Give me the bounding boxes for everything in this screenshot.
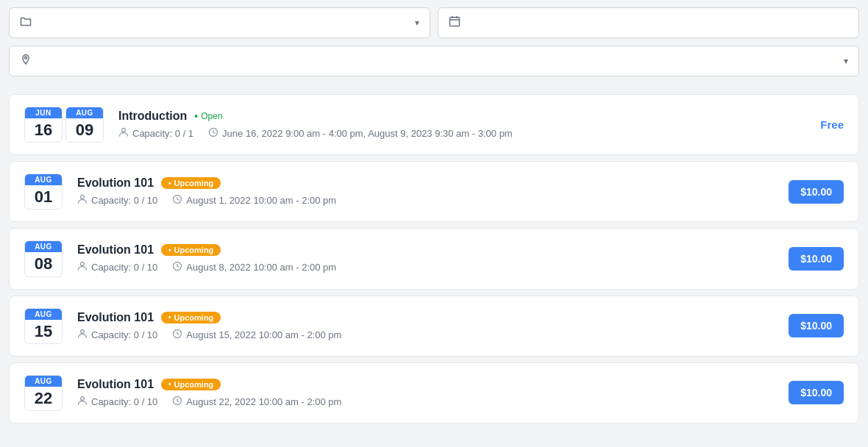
event-date: JUN 16 AUG 09 — [24, 107, 104, 143]
svg-rect-0 — [450, 18, 460, 26]
datetime-text: June 16, 2022 9:00 am - 4:00 pm, August … — [222, 128, 513, 139]
event-price: Free — [820, 118, 844, 131]
event-card[interactable]: JUN 16 AUG 09 Introduction Open — [9, 94, 859, 155]
event-info: Evolution 101 Upcoming Capacity: 0 / 10 — [77, 378, 774, 408]
event-capacity: Capacity: 0 / 10 — [77, 261, 157, 273]
event-date: AUG 01 — [24, 174, 63, 210]
event-datetime: August 15, 2022 10:00 am - 2:00 pm — [172, 329, 341, 341]
capacity-text: Capacity: 0 / 10 — [91, 329, 157, 340]
status-badge: Upcoming — [161, 379, 221, 390]
clock-icon — [172, 396, 182, 408]
svg-point-11 — [81, 329, 85, 333]
capacity-text: Capacity: 0 / 10 — [91, 262, 157, 273]
capacity-text: Capacity: 0 / 10 — [91, 396, 157, 407]
event-datetime: June 16, 2022 9:00 am - 4:00 pm, August … — [208, 127, 513, 140]
capacity-text: Capacity: 0 / 1 — [132, 128, 193, 139]
event-title: Introduction — [118, 110, 187, 123]
datetime-text: August 8, 2022 10:00 am - 2:00 pm — [186, 262, 336, 273]
svg-point-9 — [81, 262, 85, 266]
event-info: Evolution 101 Upcoming Capacity: 0 / 10 — [77, 176, 774, 207]
svg-point-7 — [81, 196, 85, 199]
status-badge: Open — [194, 110, 222, 122]
event-title: Evolution 101 — [77, 311, 154, 324]
person-icon — [77, 194, 88, 207]
clock-icon — [172, 261, 182, 273]
event-title: Evolution 101 — [77, 243, 154, 257]
events-list: JUN 16 AUG 09 Introduction Open — [0, 91, 868, 438]
event-price[interactable]: $10.00 — [789, 387, 844, 398]
event-type-filter[interactable]: ▾ — [9, 7, 430, 38]
svg-point-13 — [81, 396, 85, 400]
status-badge: Upcoming — [161, 244, 221, 256]
date-filter[interactable] — [438, 7, 859, 38]
event-date: AUG 22 — [24, 375, 63, 411]
clock-icon — [208, 127, 218, 140]
person-icon — [118, 127, 129, 140]
svg-point-5 — [122, 129, 126, 132]
event-card[interactable]: AUG 08 Evolution 101 Upcoming Capac — [9, 228, 859, 289]
location-filter[interactable]: ▾ — [9, 46, 859, 76]
event-capacity: Capacity: 0 / 10 — [77, 396, 157, 408]
folder-icon — [20, 15, 32, 30]
status-badge: Upcoming — [161, 177, 221, 189]
event-datetime: August 1, 2022 10:00 am - 2:00 pm — [172, 194, 336, 207]
event-capacity: Capacity: 0 / 10 — [77, 329, 157, 341]
event-title: Evolution 101 — [77, 176, 154, 190]
chevron-down-icon: ▾ — [415, 18, 419, 28]
calendar-icon — [449, 15, 460, 30]
datetime-text: August 22, 2022 10:00 am - 2:00 pm — [186, 396, 341, 407]
svg-point-4 — [25, 57, 27, 59]
datetime-text: August 15, 2022 10:00 am - 2:00 pm — [186, 329, 341, 340]
chevron-down-icon-location: ▾ — [844, 56, 848, 66]
event-datetime: August 8, 2022 10:00 am - 2:00 pm — [172, 261, 336, 273]
event-title: Evolution 101 — [77, 378, 154, 391]
status-badge: Upcoming — [161, 312, 221, 323]
location-pin-icon — [20, 54, 32, 68]
event-info: Introduction Open Capacity: 0 / 1 — [118, 110, 805, 140]
person-icon — [77, 396, 88, 408]
clock-icon — [172, 329, 182, 341]
event-card[interactable]: AUG 01 Evolution 101 Upcoming Capac — [9, 161, 859, 222]
event-capacity: Capacity: 0 / 10 — [77, 194, 157, 207]
event-capacity: Capacity: 0 / 1 — [118, 127, 193, 140]
event-info: Evolution 101 Upcoming Capacity: 0 / 10 — [77, 311, 774, 341]
event-card[interactable]: AUG 15 Evolution 101 Upcoming Capac — [9, 296, 859, 357]
capacity-text: Capacity: 0 / 10 — [91, 195, 157, 206]
person-icon — [77, 329, 88, 341]
event-info: Evolution 101 Upcoming Capacity: 0 / 10 — [77, 243, 774, 273]
event-price[interactable]: $10.00 — [789, 186, 844, 198]
person-icon — [77, 261, 88, 273]
clock-icon — [172, 194, 182, 207]
datetime-text: August 1, 2022 10:00 am - 2:00 pm — [186, 195, 336, 206]
event-price[interactable]: $10.00 — [789, 253, 844, 265]
event-price[interactable]: $10.00 — [789, 320, 844, 332]
event-date: AUG 08 — [24, 240, 63, 276]
event-card[interactable]: AUG 22 Evolution 101 Upcoming Capac — [9, 362, 859, 423]
event-datetime: August 22, 2022 10:00 am - 2:00 pm — [172, 396, 341, 408]
event-date: AUG 15 — [24, 308, 63, 344]
